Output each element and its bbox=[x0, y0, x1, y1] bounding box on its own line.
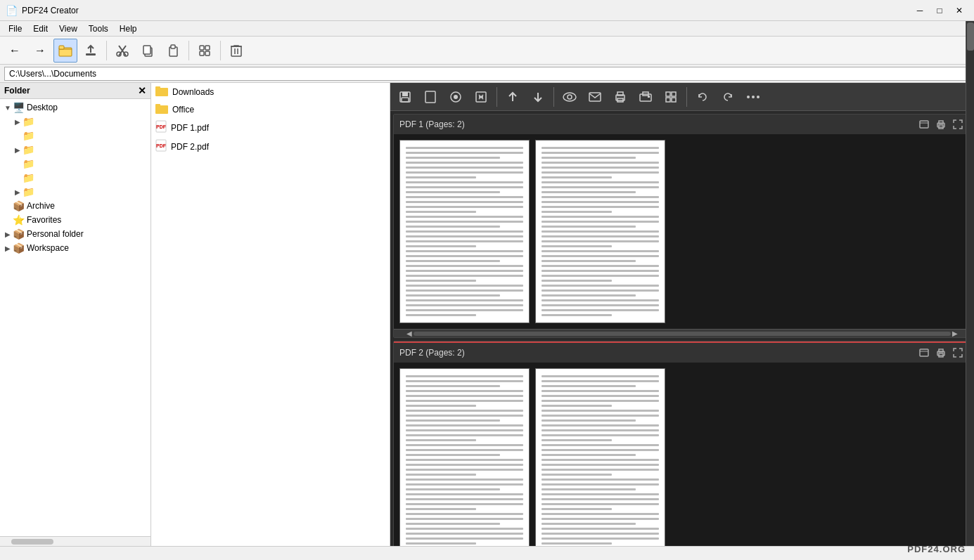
workspace-vscroll[interactable] bbox=[966, 83, 974, 546]
grid-view-button[interactable] bbox=[193, 39, 217, 63]
tl bbox=[406, 181, 523, 183]
status-bar bbox=[0, 546, 974, 560]
pdf1-print-button[interactable] bbox=[934, 117, 948, 131]
right-panel[interactable]: Downloads Office PDF PDF 1.pdf PDF PDF 2… bbox=[151, 83, 390, 546]
tl bbox=[542, 181, 659, 183]
tree-toggle-f6[interactable]: ▶ bbox=[13, 188, 23, 196]
pdf1-pages-area[interactable] bbox=[394, 134, 970, 329]
hscroll-bar[interactable] bbox=[0, 536, 150, 546]
tree-item-f5[interactable]: ▶ 📁 bbox=[0, 171, 150, 185]
list-item-pdf2[interactable]: PDF PDF 2.pdf bbox=[151, 137, 390, 156]
tree-toggle-desktop[interactable]: ▼ bbox=[3, 104, 13, 112]
hscroll-thumb[interactable] bbox=[11, 539, 53, 545]
pdf2-page2[interactable] bbox=[535, 368, 665, 546]
tl bbox=[406, 211, 476, 213]
tree-item-f3[interactable]: ▶ 📁 bbox=[0, 143, 150, 157]
copy-button[interactable] bbox=[136, 39, 160, 63]
rotate-left-button[interactable] bbox=[691, 85, 715, 109]
pdf1-scroll-right[interactable]: ▶ bbox=[951, 330, 959, 337]
pdf1-scroll-left[interactable]: ◀ bbox=[405, 330, 414, 337]
tl bbox=[406, 528, 523, 530]
fax-button[interactable] bbox=[634, 85, 658, 109]
menu-view[interactable]: View bbox=[53, 22, 83, 35]
panel-close-button[interactable]: ✕ bbox=[138, 85, 146, 96]
pdf2-pages-area[interactable] bbox=[394, 363, 970, 546]
pdf2-window-button[interactable] bbox=[917, 346, 931, 360]
compress-button[interactable] bbox=[469, 85, 493, 109]
pdf-card-2-header: PDF 2 (Pages: 2) bbox=[394, 341, 970, 363]
paste-button[interactable] bbox=[161, 39, 185, 63]
pdf1-page2[interactable] bbox=[535, 140, 665, 323]
tl bbox=[406, 488, 500, 490]
preview-button[interactable] bbox=[558, 85, 582, 109]
nav-back-button[interactable]: ← bbox=[3, 39, 27, 63]
pdf1-scroll-bar[interactable]: ◀ ▶ bbox=[394, 329, 970, 337]
tl bbox=[542, 419, 636, 422]
overlay-button[interactable] bbox=[444, 85, 468, 109]
title-bar: 📄 PDF24 Creator ─ □ ✕ bbox=[0, 0, 974, 21]
tl bbox=[542, 250, 659, 252]
pdf2-expand-button[interactable] bbox=[951, 346, 965, 360]
tree-item-personal[interactable]: ▶ 📦 Personal folder bbox=[0, 227, 150, 241]
workspace-panel: PDF 1 (Pages: 2) bbox=[390, 83, 974, 546]
cut-button[interactable] bbox=[110, 39, 134, 63]
tree-toggle-workspace[interactable]: ▶ bbox=[3, 245, 13, 252]
email-button[interactable] bbox=[583, 85, 607, 109]
tree-toggle-f1[interactable]: ▶ bbox=[13, 118, 23, 126]
new-page-button[interactable] bbox=[418, 85, 442, 109]
tree-toggle-personal[interactable]: ▶ bbox=[3, 230, 13, 238]
tree-item-f4[interactable]: ▶ 📁 bbox=[0, 157, 150, 171]
list-item-downloads[interactable]: Downloads bbox=[151, 83, 390, 100]
svg-rect-6 bbox=[143, 46, 150, 54]
minimize-button[interactable]: ─ bbox=[911, 4, 929, 18]
tree-area[interactable]: ▼ 🖥️ Desktop ▶ 📁 ▶ 📁 ▶ 📁 bbox=[0, 99, 150, 536]
menu-help[interactable]: Help bbox=[114, 22, 143, 35]
tl bbox=[406, 167, 523, 169]
tl bbox=[542, 309, 659, 311]
pdf-card-1-title: PDF 1 (Pages: 2) bbox=[399, 119, 465, 129]
grid-pdf-button[interactable] bbox=[659, 85, 683, 109]
tl bbox=[406, 508, 476, 510]
tree-item-workspace[interactable]: ▶ 📦 Workspace bbox=[0, 241, 150, 255]
tree-item-archive[interactable]: ▶ 📦 Archive bbox=[0, 199, 150, 213]
list-item-office[interactable]: Office bbox=[151, 100, 390, 118]
address-input[interactable] bbox=[4, 67, 970, 81]
tree-toggle-f3[interactable]: ▶ bbox=[13, 146, 23, 154]
maximize-button[interactable]: □ bbox=[930, 4, 949, 18]
pdf1-window-button[interactable] bbox=[917, 117, 931, 131]
tl bbox=[542, 459, 659, 461]
tl bbox=[542, 385, 636, 387]
tree-item-f1[interactable]: ▶ 📁 bbox=[0, 115, 150, 129]
menu-edit[interactable]: Edit bbox=[27, 22, 53, 35]
delete-button[interactable] bbox=[224, 39, 248, 63]
tl bbox=[542, 226, 636, 228]
tree-item-desktop[interactable]: ▼ 🖥️ Desktop bbox=[0, 100, 150, 115]
tl bbox=[406, 474, 476, 476]
tree-item-f6[interactable]: ▶ 📁 bbox=[0, 185, 150, 199]
save-pdf-button[interactable] bbox=[393, 85, 417, 109]
upload-button[interactable] bbox=[79, 39, 103, 63]
open-folder-button[interactable] bbox=[53, 39, 77, 63]
menu-tools[interactable]: Tools bbox=[83, 22, 114, 35]
pdf1-scroll-track[interactable] bbox=[414, 332, 951, 336]
pdf2-print-button[interactable] bbox=[934, 346, 948, 360]
menu-file[interactable]: File bbox=[3, 22, 27, 35]
more-button[interactable] bbox=[741, 85, 765, 109]
rotate-right-button[interactable] bbox=[716, 85, 740, 109]
tree-item-favorites[interactable]: ▶ ⭐ Favorites bbox=[0, 213, 150, 227]
print-button[interactable] bbox=[608, 85, 632, 109]
file-label-pdf2: PDF 2.pdf bbox=[171, 142, 209, 152]
pdf1-page1[interactable] bbox=[399, 140, 530, 323]
pdf1-expand-button[interactable] bbox=[951, 117, 965, 131]
list-item-pdf1[interactable]: PDF PDF 1.pdf bbox=[151, 118, 390, 137]
nav-forward-button[interactable]: → bbox=[28, 39, 52, 63]
svg-rect-2 bbox=[86, 53, 96, 56]
close-button[interactable]: ✕ bbox=[950, 4, 968, 18]
move-down-button[interactable] bbox=[526, 85, 550, 109]
move-up-button[interactable] bbox=[501, 85, 525, 109]
pdf2-page1[interactable] bbox=[399, 368, 530, 546]
tree-item-f2[interactable]: ▶ 📁 bbox=[0, 129, 150, 143]
pdf-area[interactable]: PDF 1 (Pages: 2) bbox=[390, 111, 974, 546]
tl bbox=[406, 464, 523, 466]
svg-rect-56 bbox=[920, 349, 928, 356]
